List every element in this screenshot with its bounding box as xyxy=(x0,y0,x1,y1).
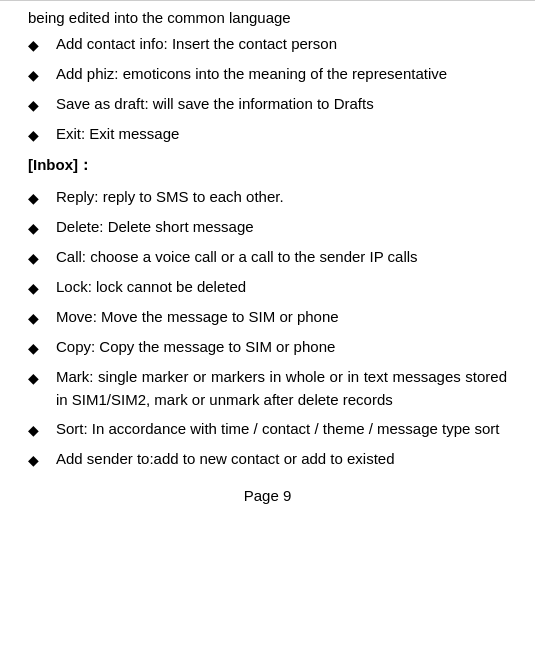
item-text: Call: choose a voice call or a call to t… xyxy=(56,245,507,268)
page-container: being edited into the common language ◆ … xyxy=(0,0,535,649)
bullet-icon: ◆ xyxy=(28,95,42,116)
bullet-icon: ◆ xyxy=(28,188,42,209)
list-item: ◆ Lock: lock cannot be deleted xyxy=(28,275,507,299)
list-item: ◆ Add phiz: emoticons into the meaning o… xyxy=(28,62,507,86)
list-item: ◆ Call: choose a voice call or a call to… xyxy=(28,245,507,269)
list-item: ◆ Save as draft: will save the informati… xyxy=(28,92,507,116)
list-item: ◆ Exit: Exit message xyxy=(28,122,507,146)
item-text: Save as draft: will save the information… xyxy=(56,92,507,115)
bullet-icon: ◆ xyxy=(28,338,42,359)
item-text: Exit: Exit message xyxy=(56,122,507,145)
bullet-icon: ◆ xyxy=(28,35,42,56)
bullet-icon: ◆ xyxy=(28,308,42,329)
continuation-text: being edited into the common language xyxy=(28,9,507,26)
item-text: Reply: reply to SMS to each other. xyxy=(56,185,507,208)
list-item: ◆ Delete: Delete short message xyxy=(28,215,507,239)
list-item: ◆ Copy: Copy the message to SIM or phone xyxy=(28,335,507,359)
bullet-icon: ◆ xyxy=(28,218,42,239)
bullet-icon: ◆ xyxy=(28,248,42,269)
inbox-bullet-list: ◆ Reply: reply to SMS to each other. ◆ D… xyxy=(28,185,507,472)
item-text: Copy: Copy the message to SIM or phone xyxy=(56,335,507,358)
list-item: ◆ Move: Move the message to SIM or phone xyxy=(28,305,507,329)
list-item: ◆ Reply: reply to SMS to each other. xyxy=(28,185,507,209)
item-text: Move: Move the message to SIM or phone xyxy=(56,305,507,328)
bullet-icon: ◆ xyxy=(28,125,42,146)
inbox-header: [Inbox]： xyxy=(28,154,507,177)
page-number: Page 9 xyxy=(28,487,507,504)
bullet-icon: ◆ xyxy=(28,65,42,86)
item-text: Add phiz: emoticons into the meaning of … xyxy=(56,62,507,85)
item-text: Add sender to:add to new contact or add … xyxy=(56,447,507,470)
list-item: ◆ Add sender to:add to new contact or ad… xyxy=(28,447,507,471)
bullet-icon: ◆ xyxy=(28,420,42,441)
bullet-icon: ◆ xyxy=(28,278,42,299)
list-item: ◆ Add contact info: Insert the contact p… xyxy=(28,32,507,56)
list-item: ◆ Sort: In accordance with time / contac… xyxy=(28,417,507,441)
item-text: Lock: lock cannot be deleted xyxy=(56,275,507,298)
top-bullet-list: ◆ Add contact info: Insert the contact p… xyxy=(28,32,507,146)
item-text: Sort: In accordance with time / contact … xyxy=(56,417,507,440)
item-text: Mark: single marker or markers in whole … xyxy=(56,365,507,412)
bullet-icon: ◆ xyxy=(28,368,42,389)
bullet-icon: ◆ xyxy=(28,450,42,471)
item-text: Add contact info: Insert the contact per… xyxy=(56,32,507,55)
list-item: ◆ Mark: single marker or markers in whol… xyxy=(28,365,507,412)
item-text: Delete: Delete short message xyxy=(56,215,507,238)
